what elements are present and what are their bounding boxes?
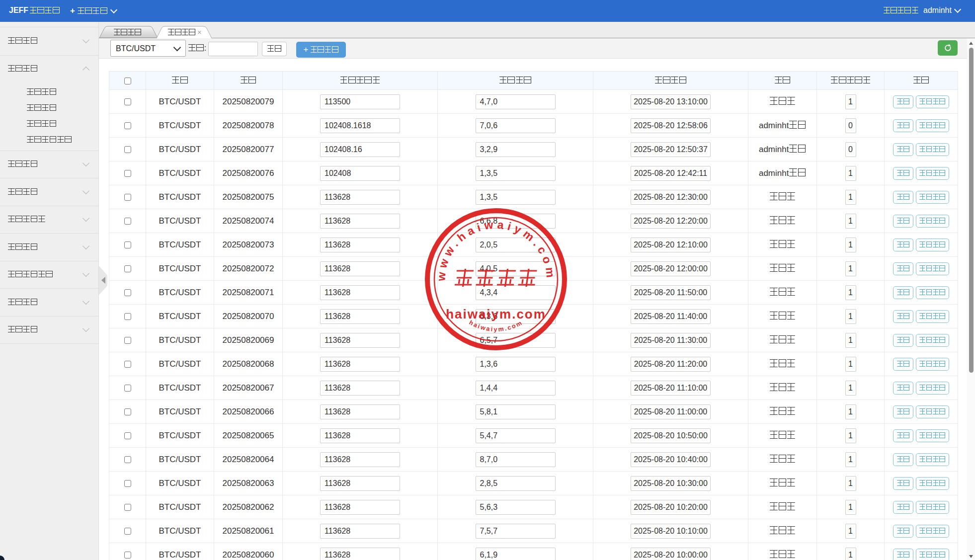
svg-text:haiwaiym.com: haiwaiym.com xyxy=(446,307,546,321)
